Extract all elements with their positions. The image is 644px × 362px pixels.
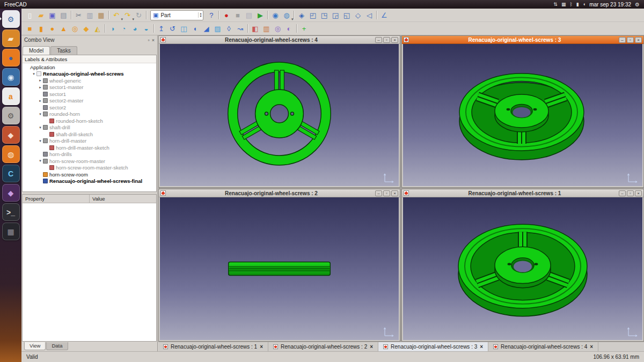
revolve-button[interactable]: ↺ bbox=[167, 23, 178, 34]
boolean-cut-button[interactable]: ◔ bbox=[118, 23, 129, 34]
close-panel-icon[interactable]: × bbox=[152, 38, 155, 43]
view-isometric-button[interactable]: ◈ bbox=[296, 10, 307, 21]
redo-button[interactable]: ↷▾ bbox=[122, 10, 133, 21]
tab-data[interactable]: Data bbox=[46, 342, 68, 350]
cut-button[interactable]: ✂ bbox=[73, 10, 84, 21]
view-left-button[interactable]: ◁ bbox=[363, 10, 375, 21]
cross-sections-button[interactable]: ▥ bbox=[261, 23, 272, 34]
tree-item[interactable]: ▾horn-screw-room-master bbox=[23, 158, 156, 165]
3d-viewport-4[interactable] bbox=[160, 44, 399, 186]
launcher-browser[interactable]: ◉ bbox=[2, 68, 20, 86]
tree-item[interactable]: horn-screw-room bbox=[23, 171, 156, 178]
tree-item[interactable]: horn-drills bbox=[23, 151, 156, 158]
launcher-media-app[interactable]: ◆ bbox=[2, 184, 20, 202]
expander-down-icon[interactable]: ▾ bbox=[38, 112, 43, 116]
tree-item[interactable]: ▾Renacuajo-original-wheel-screws bbox=[23, 71, 156, 78]
battery-icon[interactable]: ▮ bbox=[576, 0, 579, 9]
session-menu-icon[interactable]: ⚙ bbox=[635, 2, 640, 8]
boolean-union-button[interactable]: ◕ bbox=[129, 23, 141, 34]
macro-record-button[interactable]: ● bbox=[221, 10, 232, 21]
box-button[interactable]: ■ bbox=[24, 23, 35, 34]
create-primitives-button[interactable]: ◆ bbox=[80, 23, 92, 34]
value-column-header[interactable]: Value bbox=[90, 195, 156, 203]
clock[interactable]: mar sep 23 19:32 bbox=[589, 2, 631, 8]
macro-stop-button[interactable]: ■ bbox=[232, 10, 243, 21]
copy-button[interactable]: ▥ bbox=[84, 10, 96, 21]
3d-viewport-1[interactable] bbox=[403, 197, 642, 340]
mdi-window-4[interactable]: Renacuajo-original-wheel-screws : 4 – ▫ … bbox=[158, 35, 400, 188]
extrude-button[interactable]: ↥ bbox=[156, 23, 167, 34]
window-titlebar[interactable]: Renacuajo-original-wheel-screws : 4 – ▫ … bbox=[159, 36, 400, 44]
text-entry-icon[interactable]: ⇅ bbox=[553, 0, 558, 9]
maximize-button[interactable]: ▫ bbox=[627, 190, 634, 196]
tree-item[interactable]: sector2 bbox=[23, 104, 156, 111]
3d-viewport-2[interactable] bbox=[160, 197, 399, 340]
sphere-button[interactable]: ● bbox=[47, 23, 58, 34]
window-tab-1[interactable]: Renacuajo-original-wheel-screws : 1 × bbox=[158, 342, 268, 351]
3d-viewport-3[interactable] bbox=[403, 44, 642, 186]
tree-column-header[interactable]: Labels & Attributes bbox=[23, 55, 156, 63]
launcher-c-application[interactable]: C bbox=[2, 165, 20, 182]
close-tab-icon[interactable]: × bbox=[370, 344, 373, 350]
cone-button[interactable]: ▲ bbox=[58, 23, 69, 34]
minimize-button[interactable]: – bbox=[619, 190, 626, 196]
tree-item[interactable]: horn-screw-room-master-sketch bbox=[23, 165, 156, 172]
draw-style-button[interactable]: ◍▾ bbox=[281, 10, 292, 21]
tree-item[interactable]: sector1 bbox=[23, 91, 156, 98]
mirror-button[interactable]: ◫ bbox=[178, 23, 189, 34]
expander-down-icon[interactable]: ▾ bbox=[38, 159, 43, 163]
sweep-button[interactable]: ↝ bbox=[235, 23, 246, 34]
tree-item[interactable]: ▾rounded-horn bbox=[23, 111, 156, 118]
expander-down-icon[interactable]: ▾ bbox=[31, 72, 36, 76]
measure-button[interactable]: ∠ bbox=[378, 10, 390, 21]
chamfer-button[interactable]: ◢ bbox=[201, 23, 212, 34]
whats-this-button[interactable]: ? bbox=[206, 10, 217, 21]
paste-button[interactable]: ▦ bbox=[96, 10, 107, 21]
view-rear-button[interactable]: ◱ bbox=[341, 10, 352, 21]
boolean-button[interactable]: ◑ bbox=[107, 23, 118, 34]
refresh-button[interactable]: ↻ bbox=[133, 10, 144, 21]
close-button[interactable]: × bbox=[391, 37, 398, 43]
section-button[interactable]: ◧ bbox=[250, 23, 261, 34]
close-button[interactable]: × bbox=[635, 190, 642, 196]
tree-item[interactable]: ▾horn-drill-master bbox=[23, 138, 156, 145]
thickness-button[interactable]: ◐ bbox=[283, 23, 295, 34]
close-tab-icon[interactable]: × bbox=[590, 344, 593, 350]
maximize-button[interactable]: ▫ bbox=[383, 190, 390, 196]
cylinder-button[interactable]: ▮ bbox=[35, 23, 47, 34]
tree-item[interactable]: ▸sector1-master bbox=[23, 84, 156, 91]
launcher-ubuntu-software[interactable]: ◍ bbox=[2, 145, 20, 163]
close-button[interactable]: × bbox=[391, 190, 398, 196]
tab-view[interactable]: View bbox=[24, 342, 46, 350]
expander-right-icon[interactable]: ▸ bbox=[38, 78, 43, 83]
launcher-terminal[interactable]: >_ bbox=[2, 203, 20, 221]
tab-model[interactable]: Model bbox=[23, 46, 50, 55]
loft-button[interactable]: ◊ bbox=[223, 23, 235, 34]
view-bottom-button[interactable]: ◇ bbox=[352, 10, 363, 21]
window-tab-3[interactable]: Renacuajo-original-wheel-screws : 3 × bbox=[378, 342, 488, 351]
expander-right-icon[interactable]: ▸ bbox=[38, 99, 43, 103]
window-titlebar[interactable]: Renacuajo-original-wheel-screws : 3 – ▫ … bbox=[402, 36, 643, 44]
view-top-button[interactable]: ◳ bbox=[318, 10, 330, 21]
expander-down-icon[interactable]: ▾ bbox=[38, 139, 43, 143]
macro-play-button[interactable]: ▶ bbox=[254, 10, 266, 21]
window-tab-4[interactable]: Renacuajo-original-wheel-screws : 4 × bbox=[488, 342, 598, 351]
volume-icon[interactable]: ◖ bbox=[583, 0, 586, 9]
ruled-surface-button[interactable]: ▨ bbox=[212, 23, 223, 34]
dropdown-arrow-icon[interactable]: ▾ bbox=[291, 17, 294, 21]
new-document-button[interactable]: ▯ bbox=[24, 10, 35, 21]
minimize-button[interactable]: – bbox=[375, 37, 382, 43]
expander-right-icon[interactable]: ▸ bbox=[38, 85, 43, 90]
launcher-software-center[interactable]: ◆ bbox=[2, 126, 20, 144]
launcher-files[interactable]: ▰ bbox=[2, 29, 20, 47]
tab-tasks[interactable]: Tasks bbox=[50, 46, 77, 55]
add-button[interactable]: + bbox=[298, 23, 310, 34]
workbench-selector[interactable]: ▣Part▴▾ bbox=[150, 10, 203, 20]
tree-item[interactable]: Application bbox=[23, 64, 156, 71]
zoom-fit-button[interactable]: ◉ bbox=[269, 10, 281, 21]
mdi-window-1[interactable]: Renacuajo-original-wheel-screws : 1 – ▫ … bbox=[401, 189, 644, 342]
spinner-arrows-icon[interactable]: ▴▾ bbox=[198, 12, 202, 18]
property-column-header[interactable]: Property bbox=[23, 195, 90, 203]
torus-button[interactable]: ◎ bbox=[69, 23, 80, 34]
mdi-window-3[interactable]: Renacuajo-original-wheel-screws : 3 – ▫ … bbox=[401, 35, 644, 188]
